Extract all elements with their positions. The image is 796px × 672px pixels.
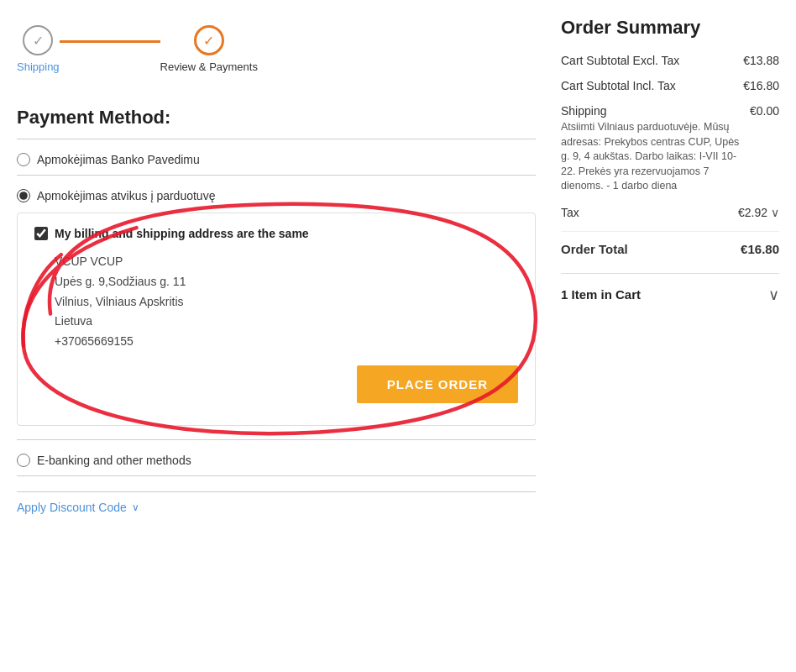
divider-3 [17,439,536,440]
summary-label-excl-tax: Cart Subtotal Excl. Tax [561,54,743,67]
discount-chevron-icon: ∨ [132,501,139,513]
order-total-value: €16.80 [741,242,779,256]
step-label-shipping: Shipping [17,60,60,73]
billing-same-checkbox[interactable] [34,227,48,240]
billing-checkbox-row[interactable]: My billing and shipping address are the … [34,227,518,240]
step-circle-shipping: ✓ [23,25,53,55]
address-city: Vilnius, Vilniaus Apskritis [55,292,518,312]
payment-option-ebanking[interactable]: E-banking and other methods [17,454,536,467]
summary-row-excl-tax: Cart Subtotal Excl. Tax €13.88 [561,54,779,67]
step-label-review: Review & Payments [160,60,258,73]
summary-row-incl-tax: Cart Subtotal Incl. Tax €16.80 [561,79,779,92]
payment-label-pickup: Apmokėjimas atvikus į parduotuvę [37,189,215,202]
payment-option-pickup[interactable]: Apmokėjimas atvikus į parduotuvę [17,189,536,202]
divider-4 [17,475,536,476]
tax-chevron-icon: ∨ [771,206,779,219]
payment-option-bank[interactable]: Apmokėjimas Banko Pavedimu [17,153,536,166]
shipping-block: Shipping Atsiimti Vilniaus parduotuvėje.… [561,104,750,194]
summary-row-shipping: Shipping Atsiimti Vilniaus parduotuvėje.… [561,104,779,194]
address-lines: VCUP VCUP Upės g. 9,Sodžiaus g. 11 Vilni… [34,252,518,352]
billing-checkbox-label: My billing and shipping address are the … [55,227,309,240]
tax-label: Tax [561,206,738,219]
summary-value-excl-tax: €13.88 [743,54,779,67]
cart-summary-row[interactable]: 1 Item in Cart ∨ [561,273,779,316]
address-country: Lietuva [55,312,518,332]
divider-2 [17,175,536,176]
address-street: Upės g. 9,Sodžiaus g. 11 [55,272,518,292]
payment-label-bank: Apmokėjimas Banko Pavedimu [37,153,200,166]
divider-1 [17,139,536,139]
radio-ebanking[interactable] [17,454,30,467]
tax-value: €2.92 [738,206,767,219]
shipping-value: €0.00 [750,104,779,118]
summary-value-incl-tax: €16.80 [743,79,779,92]
payment-method-title: Payment Method: [17,107,536,129]
cart-chevron-icon: ∨ [768,286,779,304]
order-total-label: Order Total [561,242,628,256]
step-circle-review: ✓ [194,25,224,55]
checkmark-icon-review: ✓ [203,33,214,49]
radio-bank[interactable] [17,153,30,166]
step-review[interactable]: ✓ Review & Payments [160,25,258,73]
shipping-description: Atsiimti Vilniaus parduotuvėje. Mūsų adr… [561,120,741,194]
apply-discount-link[interactable]: Apply Discount Code [17,501,127,514]
place-order-row: PLACE ORDER [34,365,518,403]
shipping-label: Shipping [561,104,741,118]
connector-1 [60,40,160,43]
step-shipping[interactable]: ✓ Shipping [17,25,60,73]
place-order-button[interactable]: PLACE ORDER [357,365,518,403]
cart-summary-label: 1 Item in Cart [561,287,641,302]
checkmark-icon: ✓ [33,33,44,49]
tax-row: Tax €2.92 ∨ [561,206,779,219]
radio-pickup[interactable] [17,189,30,202]
billing-box: My billing and shipping address are the … [17,213,536,426]
summary-label-incl-tax: Cart Subtotal Incl. Tax [561,79,743,92]
order-summary-title: Order Summary [561,17,779,39]
main-content: ✓ Shipping ✓ Review & Payments Payment M… [17,17,536,514]
tax-value-group[interactable]: €2.92 ∨ [738,206,779,219]
payment-label-ebanking: E-banking and other methods [37,454,191,467]
discount-row: Apply Discount Code ∨ [17,491,536,514]
order-total-row: Order Total €16.80 [561,231,779,256]
progress-bar: ✓ Shipping ✓ Review & Payments [17,17,536,81]
address-phone: +37065669155 [55,332,518,352]
order-summary-sidebar: Order Summary Cart Subtotal Excl. Tax €1… [561,17,779,514]
address-name: VCUP VCUP [55,252,518,272]
